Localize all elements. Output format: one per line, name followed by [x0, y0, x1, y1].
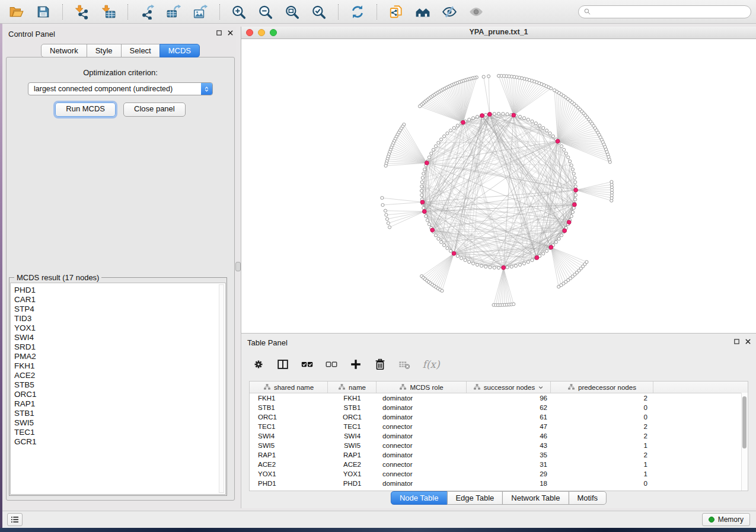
cell-shared-name[interactable]: YOX1: [250, 470, 328, 477]
network-node[interactable]: [487, 75, 490, 78]
table-row[interactable]: TEC1TEC1connector472: [250, 422, 748, 431]
network-node[interactable]: [570, 164, 573, 166]
network-node[interactable]: [506, 113, 509, 116]
network-node[interactable]: [545, 249, 548, 252]
cell-successor-nodes[interactable]: 96: [467, 395, 551, 402]
network-node[interactable]: [560, 234, 563, 237]
network-node[interactable]: [460, 257, 463, 259]
cell-name[interactable]: PHD1: [328, 480, 377, 487]
column-header-name[interactable]: name: [328, 382, 377, 393]
delete-table-button[interactable]: [397, 356, 412, 373]
cell-predecessor-nodes[interactable]: 0: [551, 414, 653, 421]
cell-successor-nodes[interactable]: 43: [467, 442, 551, 449]
network-node[interactable]: [480, 264, 483, 267]
network-node[interactable]: [388, 226, 391, 229]
network-node[interactable]: [522, 262, 525, 265]
cell-shared-name[interactable]: FKH1: [250, 395, 328, 402]
tab-mcds[interactable]: MCDS: [160, 44, 200, 57]
network-node[interactable]: [574, 198, 577, 201]
network-node[interactable]: [434, 234, 437, 237]
network-node[interactable]: [522, 117, 525, 120]
network-node[interactable]: [569, 160, 572, 163]
cell-name[interactable]: SWI4: [328, 432, 377, 440]
zoom-out-button[interactable]: [254, 2, 277, 21]
network-node[interactable]: [437, 237, 440, 240]
network-node[interactable]: [446, 246, 449, 249]
mcds-hub-node[interactable]: [535, 256, 539, 260]
network-node[interactable]: [545, 129, 548, 132]
network-node[interactable]: [497, 266, 500, 269]
network-node[interactable]: [553, 89, 556, 92]
mcds-result-item[interactable]: PMA2: [14, 352, 225, 361]
network-node[interactable]: [585, 261, 588, 264]
network-node[interactable]: [551, 134, 554, 137]
cell-predecessor-nodes[interactable]: 1: [551, 442, 653, 449]
show-panels-button[interactable]: [464, 2, 488, 21]
network-node[interactable]: [434, 145, 437, 148]
cell-successor-nodes[interactable]: 35: [467, 451, 551, 459]
mcds-hub-node[interactable]: [461, 120, 465, 124]
network-canvas[interactable]: [241, 39, 756, 333]
table-row[interactable]: RAP1RAP1dominator352: [250, 450, 748, 460]
network-node[interactable]: [527, 261, 529, 264]
network-node[interactable]: [449, 129, 452, 132]
mcds-hub-node[interactable]: [480, 114, 484, 118]
network-node[interactable]: [518, 115, 521, 118]
cell-name[interactable]: STB1: [328, 404, 377, 411]
mcds-result-item[interactable]: GCR1: [14, 437, 225, 447]
table-row[interactable]: SWI5SWI5connector431: [250, 441, 748, 450]
table-row[interactable]: ORC1ORC1dominator610: [250, 412, 748, 422]
network-node[interactable]: [489, 266, 492, 269]
cell-predecessor-nodes[interactable]: 2: [551, 451, 653, 459]
cell-name[interactable]: FKH1: [328, 395, 377, 402]
network-node[interactable]: [554, 241, 557, 243]
network-node[interactable]: [464, 259, 467, 262]
network-node[interactable]: [574, 185, 577, 188]
mcds-result-item[interactable]: STP4: [14, 305, 225, 314]
network-node[interactable]: [442, 243, 445, 246]
cell-name[interactable]: TEC1: [328, 423, 377, 430]
table-row[interactable]: ACE2ACE2connector311: [250, 460, 748, 469]
network-node[interactable]: [573, 177, 576, 180]
network-node[interactable]: [423, 168, 426, 171]
network-node[interactable]: [527, 118, 529, 121]
mcds-list-scrollbar[interactable]: [219, 284, 224, 493]
network-node[interactable]: [484, 113, 487, 116]
cell-shared-name[interactable]: ACE2: [250, 461, 328, 468]
table-row[interactable]: YOX1YOX1connector291: [250, 469, 748, 479]
cell-name[interactable]: RAP1: [328, 451, 377, 459]
zoom-fit-button[interactable]: [280, 2, 304, 21]
panels-menu-button[interactable]: [7, 513, 23, 526]
network-node[interactable]: [497, 74, 500, 77]
mcds-hub-node[interactable]: [512, 113, 516, 117]
mcds-result-item[interactable]: TID3: [14, 314, 225, 323]
zoom-in-button[interactable]: [227, 2, 251, 21]
mcds-result-item[interactable]: SRD1: [14, 342, 225, 352]
export-image-button[interactable]: [189, 2, 212, 21]
mcds-hub-node[interactable]: [420, 200, 425, 204]
mcds-hub-node[interactable]: [425, 161, 429, 165]
network-node[interactable]: [476, 263, 479, 266]
network-node[interactable]: [420, 181, 423, 184]
table-scrollbar[interactable]: [741, 393, 748, 491]
cell-predecessor-nodes[interactable]: 1: [551, 461, 653, 468]
network-window-titlebar[interactable]: YPA_prune.txt_1: [241, 27, 756, 39]
cell-MCDS-role[interactable]: dominator: [377, 404, 467, 411]
cell-predecessor-nodes[interactable]: 2: [551, 395, 653, 402]
close-panel-icon[interactable]: [227, 30, 234, 36]
network-node[interactable]: [610, 180, 613, 183]
tab-network-table[interactable]: Network Table: [502, 491, 569, 505]
save-button[interactable]: [31, 2, 55, 21]
cell-predecessor-nodes[interactable]: 2: [551, 432, 653, 440]
table-row[interactable]: FKH1FKH1dominator962: [250, 393, 748, 403]
mcds-result-listbox[interactable]: PHD1CAR1STP4TID3YOX1SWI4SRD1PMA2FKH1ACE2…: [10, 283, 226, 495]
network-node[interactable]: [471, 262, 474, 265]
mcds-result-item[interactable]: FKH1: [14, 361, 225, 371]
select-all-button[interactable]: [299, 356, 315, 373]
cell-shared-name[interactable]: STB1: [250, 404, 328, 411]
close-panel-button[interactable]: Close panel: [123, 102, 186, 117]
close-window-icon[interactable]: [246, 29, 253, 36]
tab-motifs[interactable]: Motifs: [568, 491, 607, 505]
network-node[interactable]: [531, 120, 534, 123]
network-node[interactable]: [439, 138, 442, 141]
